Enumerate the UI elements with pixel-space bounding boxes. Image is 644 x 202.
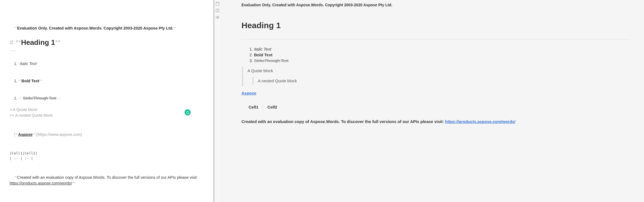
preview-eval-text: Evaluation Only. Created with Aspose.Wor… (241, 3, 644, 7)
editor-line-table-2[interactable]: | :- | :- | (10, 156, 213, 161)
editor-line-list-1[interactable]: 1. *Italic Text* (10, 55, 213, 72)
editor-line-quote-1[interactable]: > A Quote block (10, 107, 213, 113)
preview-table: Cell1 Cell2 (244, 103, 282, 111)
editor-line-link[interactable]: [**Aspose**](https://www.aspose.com) (10, 126, 213, 143)
editor-line-quote-2[interactable]: >> A nested Quote block (10, 113, 213, 118)
editor-line-eval[interactable]: **Evaluation Only. Created with Aspose.W… (10, 20, 213, 37)
editor-line-table-1[interactable]: |Cell1|Cell2| (10, 151, 213, 156)
view-mode-gutter (214, 0, 221, 202)
preview-closing-text: Created with an evaluation copy of Aspos… (241, 119, 630, 124)
preview-heading-1: Heading 1 (241, 21, 644, 30)
single-page-icon[interactable] (215, 2, 220, 6)
preview-icon[interactable] (215, 15, 220, 19)
svg-rect-0 (216, 2, 219, 5)
editor-line-list-2[interactable]: 1. **Bold Text** (10, 72, 213, 90)
list-item: Italic Text (254, 47, 644, 51)
preview-link-products[interactable]: https://products.aspose.com/words/ (445, 119, 515, 124)
preview-blockquote: A Quote block A nested Quote block (241, 67, 644, 86)
editor-line-closing[interactable]: **Created with an evaluation copy of Asp… (10, 169, 213, 192)
editor-line-list-3[interactable]: 1. ~~StrikeThrough Text~~ (10, 90, 213, 107)
preview-link-aspose[interactable]: Aspose (241, 91, 256, 95)
preview-blockquote-nested: A nested Quote block (252, 77, 644, 85)
svg-point-4 (217, 17, 218, 18)
list-item: Bold Text (254, 52, 644, 57)
editor-line-hr[interactable]: ----- (10, 48, 213, 54)
grammarly-badge-icon[interactable] (185, 109, 191, 115)
table-header-cell: Cell2 (263, 103, 281, 111)
preview-hr (241, 39, 630, 40)
split-view-icon[interactable] (215, 8, 220, 13)
list-item: StrikeThrough Text (254, 58, 644, 63)
table-row: Cell1 Cell2 (244, 103, 282, 111)
preview-ordered-list: Italic Text Bold Text StrikeThrough Text (243, 47, 644, 63)
editor-line-heading[interactable]: # ** Heading 1 ** (10, 37, 213, 48)
markdown-editor-pane[interactable]: **Evaluation Only. Created with Aspose.W… (0, 0, 213, 202)
markdown-preview-pane: Evaluation Only. Created with Aspose.Wor… (221, 0, 644, 202)
table-header-cell: Cell1 (244, 103, 263, 111)
